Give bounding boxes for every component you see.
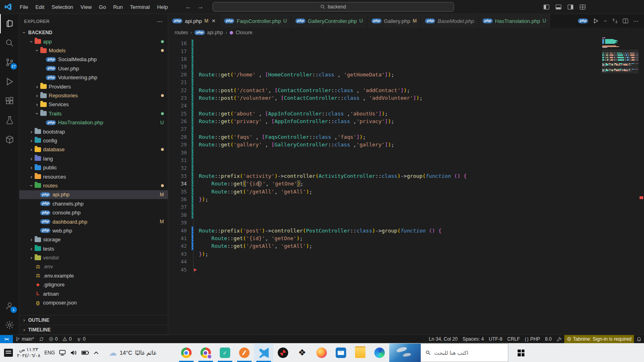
section-outline[interactable]: ›OUTLINE: [19, 315, 168, 325]
status-branch[interactable]: main*: [13, 335, 37, 343]
menu-run[interactable]: Run: [109, 0, 126, 14]
status-tower[interactable]: 0: [74, 335, 88, 343]
status-bell[interactable]: [634, 335, 644, 343]
weather-widget[interactable]: ☁ 14°C غائم غالبًا: [109, 348, 156, 358]
news-widget-thumbnail[interactable]: [389, 343, 421, 362]
taskbar-app-firefox-icon[interactable]: [312, 343, 331, 362]
split-editor-icon[interactable]: [623, 18, 628, 24]
taskbar-app-mail-icon[interactable]: [331, 343, 351, 362]
taskbar-app-todo-icon[interactable]: ✓: [215, 343, 235, 362]
section-timeline[interactable]: ›TIMELINE: [19, 325, 168, 335]
tree-file-user-php[interactable]: phpUser.php: [19, 64, 168, 73]
status-tabnine[interactable]: Tabnine: Sign-in is required: [564, 335, 634, 343]
close-tab-icon[interactable]: ✕: [212, 18, 216, 24]
status-crlf[interactable]: CRLF: [505, 335, 522, 343]
action-center-icon[interactable]: [4, 349, 13, 357]
taskbar-app-dropbox-icon[interactable]: ❖: [293, 343, 312, 362]
start-button[interactable]: [509, 343, 533, 362]
status-braces[interactable]: { }PHP: [522, 335, 543, 343]
run-button[interactable]: [593, 18, 599, 24]
nav-back-icon[interactable]: ←: [185, 3, 192, 10]
taskbar-app-edge-icon[interactable]: [370, 343, 389, 362]
status-ln-34-col-20[interactable]: Ln 34, Col 20: [427, 335, 460, 343]
tab-hastranslation-php[interactable]: phpHasTranslation.phpU: [479, 14, 551, 28]
activity-explorer-icon[interactable]: [0, 14, 19, 33]
tree-file-socialmedia-php[interactable]: phpSocialMedia.php: [19, 55, 168, 64]
menu-terminal[interactable]: Terminal: [126, 0, 153, 14]
status-utf-8[interactable]: UTF-8: [486, 335, 505, 343]
status-8-0[interactable]: 8.0: [543, 335, 554, 343]
tab-gallerycontroller-php[interactable]: phpGalleryController.phpU: [291, 14, 367, 28]
more-actions-icon[interactable]: ⋯: [633, 18, 638, 24]
tab-gallery-php[interactable]: phpGallery.phpM: [367, 14, 421, 28]
taskbar-clock[interactable]: ١١:٢٣ ص ٢٠٢٤/٠٦/٠٨: [17, 347, 40, 359]
tab-api-php[interactable]: phpapi.phpM✕: [168, 14, 220, 28]
breadcrumb-item[interactable]: api.php: [207, 30, 223, 35]
tree-folder-repositories[interactable]: ›Repositories: [19, 91, 168, 100]
volume-icon[interactable]: [70, 350, 77, 356]
activity-source-control-icon[interactable]: 27: [0, 53, 19, 72]
close-button[interactable]: [625, 0, 644, 14]
activity-extensions-icon[interactable]: [0, 91, 19, 111]
battery-icon[interactable]: [81, 350, 89, 356]
status-spaces-4[interactable]: Spaces: 4: [460, 335, 486, 343]
minimap-slider[interactable]: [602, 49, 638, 74]
run-dropdown-icon[interactable]: [603, 19, 607, 23]
tree-folder-tests[interactable]: ›tests: [19, 244, 168, 253]
status-warning[interactable]: 0: [60, 335, 74, 343]
breadcrumb-item[interactable]: routes: [175, 30, 188, 35]
tree-file-console-php[interactable]: phpconsole.php: [19, 208, 168, 217]
minimap[interactable]: [602, 37, 638, 335]
taskbar-app-chrome-icon[interactable]: [177, 343, 196, 362]
language-indicator[interactable]: ENG: [44, 350, 55, 356]
activity-search-icon[interactable]: [0, 33, 19, 53]
tree-file--gitignore[interactable]: ◆.gitignore: [19, 280, 168, 289]
taskbar-app-chrome-profile-icon[interactable]: [196, 343, 215, 362]
tree-folder-bootstrap[interactable]: ›bootstrap: [19, 127, 168, 136]
tree-file-channels-php[interactable]: phpchannels.php: [19, 199, 168, 208]
tree-folder-lang[interactable]: ›lang: [19, 154, 168, 163]
tree-file-api-php[interactable]: phpapi.phpM: [19, 190, 168, 199]
tree-folder-database[interactable]: ›database: [19, 145, 168, 154]
toggle-sidebar-icon[interactable]: [540, 1, 552, 13]
customize-layout-icon[interactable]: [576, 1, 588, 13]
taskbar-app-file-explorer-icon[interactable]: [351, 343, 370, 362]
code-editor[interactable]: 1617181920Route::get('/home' , [HomeCont…: [168, 37, 644, 335]
menu-file[interactable]: File: [16, 0, 32, 14]
tree-file-artisan[interactable]: Lartisan: [19, 289, 168, 298]
minimize-button[interactable]: [588, 0, 607, 14]
tree-file-hastranslation-php[interactable]: phpHasTranslation.phpU: [19, 118, 168, 127]
toggle-panel-icon[interactable]: [552, 1, 564, 13]
activity-testing-icon[interactable]: [0, 111, 19, 130]
tree-file-volunteering-php[interactable]: phpVolunteering.php: [19, 73, 168, 82]
remote-indicator[interactable]: ><: [0, 335, 13, 343]
activity-package-icon[interactable]: [0, 130, 19, 149]
tree-file--env-example[interactable]: ⚖.env.example: [19, 271, 168, 280]
tree-file--env[interactable]: ⚖.env: [19, 262, 168, 271]
explorer-more-actions-icon[interactable]: ⋯: [157, 18, 163, 25]
activity-account-icon[interactable]: 1: [0, 296, 19, 315]
taskbar-app-quill-icon[interactable]: [235, 343, 254, 362]
tree-file-dashboard-php[interactable]: phpdashboard.phpM: [19, 217, 168, 226]
command-center-search[interactable]: backend: [213, 2, 454, 12]
tree-folder-routes[interactable]: ›routes: [19, 181, 168, 190]
activity-run-debug-icon[interactable]: [0, 72, 19, 91]
tab-basemodel-php[interactable]: phpBaseModel.php: [421, 14, 479, 28]
tree-folder-models[interactable]: ›Models: [19, 46, 168, 55]
menu-go[interactable]: Go: [95, 0, 109, 14]
menu-view[interactable]: View: [77, 0, 95, 14]
tree-file-composer-json[interactable]: {}composer.json: [19, 298, 168, 307]
taskbar-search[interactable]: اكتب هنا للبحث ⚲: [421, 343, 508, 362]
menu-selection[interactable]: Selection: [48, 0, 76, 14]
status-sync[interactable]: [37, 335, 46, 343]
workspace-root[interactable]: › BACKEND: [19, 28, 168, 37]
taskbar-app-red-app-icon[interactable]: [273, 343, 293, 362]
status-error[interactable]: 0: [46, 335, 60, 343]
menu-help[interactable]: Help: [153, 0, 171, 14]
hidden-icons-chevron[interactable]: [93, 351, 99, 355]
maximize-button[interactable]: [607, 0, 625, 14]
tree-folder-traits[interactable]: ›Traits: [19, 109, 168, 118]
toggle-secondary-sidebar-icon[interactable]: [564, 1, 576, 13]
open-changes-icon[interactable]: [612, 18, 618, 24]
network-icon[interactable]: [59, 350, 66, 356]
